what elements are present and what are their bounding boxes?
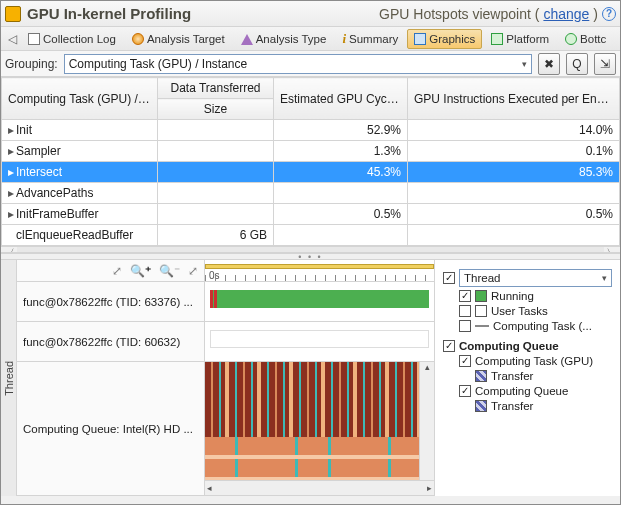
change-viewpoint-link[interactable]: change (543, 6, 589, 22)
cell-label: Sampler (16, 144, 61, 158)
legend-checkbox[interactable] (443, 272, 455, 284)
timeline-row-canvas[interactable] (205, 282, 434, 322)
help-icon[interactable]: ? (602, 7, 616, 21)
legend-swatch-icon (475, 305, 487, 317)
cell-size: 6 GB (158, 225, 274, 246)
legend-checkbox[interactable] (459, 305, 471, 317)
platform-icon (491, 33, 503, 45)
selection-range[interactable] (205, 264, 434, 269)
timeline-canvas[interactable]: 0s ▴▾ ◂▸ (205, 260, 434, 496)
legend-panel: Thread ▾ Running User Tasks Computing Ta… (434, 260, 620, 496)
cell-label: AdvancePaths (16, 186, 93, 200)
table-row-selected[interactable]: ▸Intersect 45.3% 85.3% (2, 162, 620, 183)
tab-analysis-target[interactable]: Analysis Target (125, 29, 232, 49)
table-row[interactable]: ▸Init 52.9% 14.0% (2, 120, 620, 141)
splitter-handle[interactable]: • • • (1, 253, 620, 260)
chevron-down-icon: ▾ (602, 273, 607, 283)
cell-label: InitFrameBuffer (16, 207, 98, 221)
zoom-out-all-icon[interactable]: ⤢ (112, 264, 122, 278)
legend-filter-select[interactable]: Thread ▾ (459, 269, 612, 287)
timeline-row-label[interactable]: Computing Queue: Intel(R) HD ... (17, 362, 204, 496)
timeline-row-label[interactable]: func@0x78622ffc (TID: 60632) (17, 322, 204, 362)
legend-filter-value: Thread (464, 272, 500, 284)
grouping-label: Grouping: (5, 57, 58, 71)
table-row[interactable]: ▸InitFrameBuffer 0.5% 0.5% (2, 204, 620, 225)
tab-summary[interactable]: iSummary (335, 29, 405, 49)
timeline-v-scrollbar[interactable]: ▴▾ (419, 362, 434, 495)
legend-checkbox[interactable] (459, 355, 471, 367)
cell-instr (408, 183, 620, 204)
cell-instr: 14.0% (408, 120, 620, 141)
timeline-row-label[interactable]: func@0x78622ffc (TID: 63376) ... (17, 282, 204, 322)
tab-analysis-type[interactable]: Analysis Type (234, 29, 334, 49)
legend-item-sublabel: Transfer (491, 370, 533, 382)
expand-caret-icon[interactable]: ▸ (8, 144, 16, 158)
cell-cycles: 52.9% (274, 120, 408, 141)
table-row[interactable]: ▸Sampler 1.3% 0.1% (2, 141, 620, 162)
search-button[interactable]: Q (566, 53, 588, 75)
cell-instr: 85.3% (408, 162, 620, 183)
cell-label: Intersect (16, 165, 62, 179)
tab-label: Bottc (580, 33, 606, 45)
row-label-text: func@0x78622ffc (TID: 60632) (23, 336, 180, 348)
cell-size (158, 162, 274, 183)
callstack-view-button[interactable]: ⇲ (594, 53, 616, 75)
zoom-reset-icon[interactable]: ⤢ (188, 264, 198, 278)
col-header-task[interactable]: Computing Task (GPU) / Instance (2, 78, 158, 120)
tab-label: Analysis Target (147, 33, 225, 45)
expand-caret-icon[interactable]: ▸ (8, 165, 16, 179)
table-h-scrollbar[interactable]: 〈 〉 (1, 246, 620, 253)
zoom-out-icon[interactable]: 🔍⁻ (159, 264, 180, 278)
row-label-text: Computing Queue: Intel(R) HD ... (23, 423, 193, 435)
legend-swatch-icon (475, 400, 487, 412)
viewpoint-label: GPU Hotspots viewpoint (change) (379, 6, 598, 22)
cell-cycles: 45.3% (274, 162, 408, 183)
log-icon (28, 33, 40, 45)
legend-item-label: Computing Task (... (493, 320, 592, 332)
scroll-left-icon[interactable]: 〈 (1, 246, 17, 253)
legend-checkbox[interactable] (459, 290, 471, 302)
expand-caret-icon[interactable]: ▸ (8, 186, 16, 200)
title-bar: GPU In-kernel Profiling GPU Hotspots vie… (1, 1, 620, 27)
target-icon (132, 33, 144, 45)
legend-swatch-icon (475, 325, 489, 327)
page-title: GPU In-kernel Profiling (27, 5, 191, 22)
tabs-scroll-left[interactable]: ◁ (5, 32, 19, 46)
app-icon (5, 6, 21, 22)
time-ruler[interactable]: 0s (205, 260, 434, 282)
timeline-row-canvas[interactable] (205, 322, 434, 362)
legend-checkbox[interactable] (443, 340, 455, 352)
col-header-instructions[interactable]: GPU Instructions Executed per Enqueue (408, 78, 620, 120)
table-row[interactable]: clEnqueueReadBuffer 6 GB (2, 225, 620, 246)
legend-checkbox[interactable] (459, 385, 471, 397)
tab-label: Platform (506, 33, 549, 45)
zoom-in-icon[interactable]: 🔍⁺ (130, 264, 151, 278)
scroll-right-icon[interactable]: 〉 (604, 246, 620, 253)
col-header-size[interactable]: Size (158, 99, 274, 120)
expand-caret-icon[interactable]: ▸ (8, 123, 16, 137)
col-header-data-transferred[interactable]: Data Transferred (158, 78, 274, 99)
grouping-bar: Grouping: Computing Task (GPU) / Instanc… (1, 51, 620, 77)
timeline-row-canvas-gpu[interactable]: ▴▾ ◂▸ (205, 362, 434, 496)
running-bar (210, 290, 430, 308)
row-label-text: func@0x78622ffc (TID: 63376) ... (23, 296, 193, 308)
tab-graphics[interactable]: Graphics (407, 29, 482, 49)
table-row[interactable]: ▸AdvancePaths (2, 183, 620, 204)
tab-collection-log[interactable]: Collection Log (21, 29, 123, 49)
expand-caret-icon[interactable]: ▸ (8, 207, 16, 221)
cell-instr: 0.1% (408, 141, 620, 162)
grouping-value: Computing Task (GPU) / Instance (69, 57, 248, 71)
cell-instr: 0.5% (408, 204, 620, 225)
timeline-h-scrollbar[interactable]: ◂▸ (205, 480, 434, 495)
legend-checkbox[interactable] (459, 320, 471, 332)
tree-icon: ⇲ (600, 57, 610, 71)
customize-layout-button[interactable]: ✖ (538, 53, 560, 75)
tab-platform[interactable]: Platform (484, 29, 556, 49)
viewpoint-prefix: GPU Hotspots viewpoint ( (379, 6, 539, 22)
legend-item-label: Running (491, 290, 534, 302)
tab-bottc[interactable]: Bottc (558, 29, 613, 49)
grouping-select[interactable]: Computing Task (GPU) / Instance ▾ (64, 54, 532, 74)
running-bar-empty (210, 330, 430, 348)
col-header-cycles[interactable]: Estimated GPU Cycles (274, 78, 408, 120)
legend-item-label: User Tasks (491, 305, 548, 317)
